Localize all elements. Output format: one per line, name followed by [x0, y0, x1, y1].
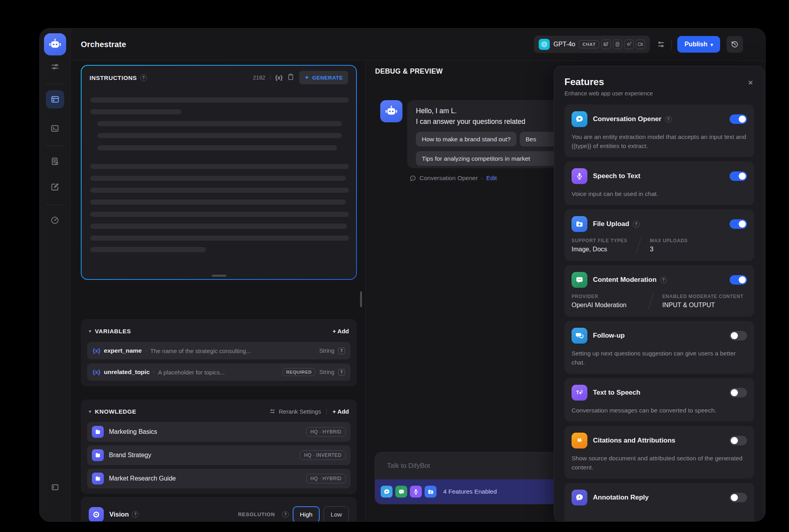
insert-variable-icon[interactable]: {x}: [275, 74, 283, 81]
publish-button[interactable]: Publish▾: [677, 36, 720, 53]
rail-monitoring-tab[interactable]: [46, 211, 64, 229]
debug-title: DEBUG & PREVIEW: [375, 67, 443, 76]
help-icon[interactable]: ?: [665, 116, 672, 123]
content-moderation-toggle[interactable]: [730, 275, 747, 285]
feature-card-content-moderation: Content Moderation ? PROVIDER OpenAI Mod…: [564, 265, 754, 317]
rail-terminal-tab[interactable]: [46, 119, 64, 137]
column-divider: [648, 293, 654, 310]
char-count: 2182: [253, 74, 265, 81]
document-capability-icon: [613, 40, 622, 49]
help-icon[interactable]: ?: [140, 74, 147, 81]
help-icon[interactable]: ?: [633, 221, 640, 228]
add-variable-button[interactable]: + Add: [332, 328, 349, 334]
help-icon[interactable]: ?: [132, 511, 139, 518]
rail-divider: [45, 205, 65, 205]
features-enabled-count: 4 Features Enabled: [443, 488, 497, 495]
speech-to-text-toggle[interactable]: [730, 171, 747, 181]
rail-divider: [45, 84, 65, 84]
model-selector[interactable]: GPT-4o CHAT: [534, 36, 650, 53]
features-title: Features: [564, 76, 754, 87]
close-icon[interactable]: ✕: [748, 79, 753, 87]
feature-card-text-to-speech: T Text to Speech Conversation messages c…: [564, 378, 754, 422]
collapse-sidebar-icon[interactable]: [46, 478, 64, 496]
resolution-low-button[interactable]: Low: [324, 506, 349, 522]
app-settings-icon[interactable]: [653, 36, 669, 52]
feature-card-speech-to-text: Speech to Text Voice input can be used i…: [564, 162, 754, 205]
file-upload-mini-icon: [425, 486, 436, 498]
conversation-opener-toggle[interactable]: [730, 114, 747, 124]
rail-orchestrate-tab[interactable]: [46, 90, 64, 108]
help-icon[interactable]: ?: [282, 511, 289, 518]
citations-icon: ❝: [572, 433, 587, 448]
edit-opener-link[interactable]: Edit: [486, 175, 497, 182]
knowledge-row[interactable]: Marketing Basics HQ · HYBRID: [87, 422, 351, 442]
feature-card-citations: ❝ Citations and Attributions Show source…: [564, 426, 754, 479]
page-title: Orchestrate: [81, 40, 126, 49]
rerank-settings-button[interactable]: Rerank Settings: [269, 408, 321, 415]
variables-title: VARIABLES: [95, 328, 131, 334]
sliders-icon: [269, 408, 276, 414]
conversation-opener-icon: [572, 111, 587, 127]
annotation-reply-icon: [572, 490, 587, 505]
app-window: Orchestrate GPT-4o CHAT: [39, 28, 766, 522]
instructions-title: INSTRUCTIONS: [90, 74, 137, 81]
add-knowledge-button[interactable]: + Add: [332, 408, 349, 415]
conversation-opener-mini-icon: [381, 486, 393, 498]
chevron-down-icon[interactable]: ▾: [89, 328, 91, 334]
resize-handle[interactable]: [212, 275, 226, 277]
column-divider: [636, 237, 642, 254]
knowledge-row[interactable]: Brand Strategy HQ · INVERTED: [87, 445, 351, 465]
speech-to-text-mini-icon: [410, 486, 422, 498]
chat-bubble-icon: [410, 175, 416, 182]
openai-logo-icon: [539, 39, 550, 50]
app-robot-icon[interactable]: [44, 33, 66, 55]
moderation-mini-icon: [395, 486, 407, 498]
dataset-icon: [92, 426, 104, 438]
feature-card-file-upload: File Upload ? SUPPORT FILE TYPES Image, …: [564, 209, 754, 261]
variable-row[interactable]: {x} expert_name · The name of the strate…: [87, 342, 351, 359]
follow-up-toggle[interactable]: [730, 331, 747, 340]
knowledge-row[interactable]: Market Research Guide HQ · HYBRID: [87, 469, 351, 488]
rail-annotation-tab[interactable]: [46, 178, 64, 196]
text-to-speech-icon: T: [572, 385, 587, 401]
file-upload-toggle[interactable]: [730, 219, 747, 229]
opener-meta: Conversation Opener · Edit: [410, 175, 497, 182]
resolution-high-button[interactable]: High: [293, 506, 320, 522]
variable-type: String: [319, 348, 334, 354]
model-name: GPT-4o: [553, 41, 575, 48]
model-mode-badge: CHAT: [579, 40, 599, 48]
rail-logs-tab[interactable]: [46, 152, 64, 170]
file-upload-icon: [572, 216, 587, 232]
left-rail: [40, 28, 71, 521]
features-panel: Features ✕ Enhance web app user experien…: [554, 66, 765, 522]
annotation-reply-toggle[interactable]: [730, 493, 747, 502]
chat-input-placeholder: Talk to DifyBot: [387, 462, 430, 470]
vision-icon: [89, 507, 104, 522]
feature-card-follow-up: Follow-up Setting up next questions sugg…: [564, 321, 754, 374]
help-icon[interactable]: ?: [660, 277, 667, 283]
citations-toggle[interactable]: [730, 436, 747, 445]
required-badge: REQUIRED: [282, 368, 315, 376]
feature-card-annotation-reply: Annotation Reply: [564, 483, 754, 522]
version-history-icon[interactable]: [726, 36, 743, 53]
variable-icon: {x}: [93, 348, 100, 354]
model-params-icon[interactable]: [46, 57, 64, 76]
scrollbar-thumb[interactable]: [360, 291, 362, 307]
retrieval-badge: HQ · HYBRID: [306, 474, 346, 483]
suggested-question-chip[interactable]: How to make a brand stand out?: [416, 132, 516, 146]
copy-icon[interactable]: [287, 73, 294, 82]
dataset-icon: [92, 449, 104, 461]
chevron-down-icon[interactable]: ▾: [89, 408, 91, 414]
speech-to-text-icon: [572, 168, 587, 184]
retrieval-badge: HQ · INVERTED: [300, 450, 346, 460]
variable-row[interactable]: {x} unrelated_topic · A placeholder for …: [87, 363, 351, 381]
text-to-speech-toggle[interactable]: [730, 388, 747, 397]
features-subtitle: Enhance web app user experience: [564, 90, 754, 97]
generate-button[interactable]: ✦ GENERATE: [299, 71, 348, 84]
retrieval-badge: HQ · HYBRID: [306, 427, 346, 437]
content-moderation-icon: [572, 272, 587, 288]
svg-text:T: T: [576, 390, 579, 395]
variable-type: String: [319, 369, 334, 375]
follow-up-icon: [572, 328, 587, 344]
dataset-icon: [92, 473, 104, 484]
